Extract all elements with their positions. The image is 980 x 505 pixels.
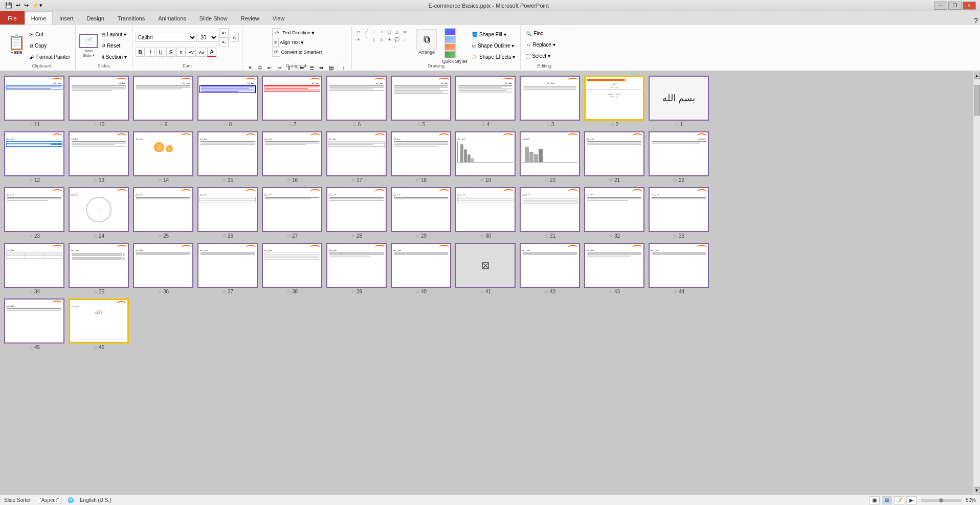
slide-thumb-15[interactable]: فصل اول [197, 131, 258, 176]
cut-button[interactable]: ✂Cut [28, 30, 72, 40]
slide-item-2[interactable]: عنوان متن اصلی عنوان بخش زیر عنوان ☆ 2 [584, 76, 644, 127]
slide-thumb-9[interactable]: فصل اول [133, 76, 193, 121]
tab-home[interactable]: Home [25, 11, 53, 25]
slide-item-15[interactable]: فصل اول ☆ 15 [197, 131, 258, 183]
slide-item-31[interactable]: فصل اول ☆ 31 [520, 187, 580, 239]
style-4[interactable] [444, 51, 456, 58]
replace-button[interactable]: ↔Replace▾ [524, 39, 565, 50]
underline-button[interactable]: U [156, 48, 165, 57]
strikethrough-button[interactable]: S [166, 48, 175, 57]
section-button[interactable]: §Section▾ [99, 52, 129, 62]
style-3[interactable] [444, 43, 456, 51]
slide-item-41[interactable]: ⊠ ☆ 41 [455, 243, 516, 294]
slide-item-1[interactable]: بسم الله ☆ 1 [649, 76, 709, 127]
slide-thumb-29[interactable]: فصل اول [391, 187, 451, 232]
slide-item-20[interactable]: فصل اول ☆ 20 [520, 131, 580, 183]
slide-item-16[interactable]: فصل اول ☆ 16 [262, 131, 322, 183]
slide-thumb-6[interactable]: فصل اول [326, 76, 387, 121]
bold-button[interactable]: B [136, 48, 145, 57]
save-btn[interactable]: 💾 [4, 2, 13, 9]
shape-fill-button[interactable]: 🪣Shape Fill▾ [470, 29, 517, 39]
layout-button[interactable]: ⊟Layout▾ [99, 29, 129, 39]
shape-outline-button[interactable]: ▭Shape Outline▾ [470, 40, 517, 51]
slide-thumb-13[interactable]: فصل اول [69, 131, 129, 176]
font-size-select[interactable]: 20 [198, 33, 218, 42]
text-direction-button[interactable]: ↕A [272, 28, 282, 37]
smartart-label[interactable]: Convert to SmartArt [281, 50, 322, 55]
paste-button[interactable]: 📋 Paste [5, 34, 28, 56]
arrange-button[interactable]: ⧉ Arrange [413, 28, 440, 56]
slide-item-13[interactable]: فصل اول ☆ 13 [69, 131, 129, 183]
slide-item-25[interactable]: فصل اول ☆ 25 [133, 187, 193, 239]
change-case-button[interactable]: Aa [197, 48, 206, 57]
slide-item-44[interactable]: فصل دهم ☆ 44 [649, 243, 709, 294]
tab-slideshow[interactable]: Slide Show [193, 11, 234, 25]
slide-item-27[interactable]: فصل اول ☆ 27 [262, 187, 322, 239]
slide-item-3[interactable]: فصل اول ☆ 3 [520, 76, 580, 127]
slide-thumb-43[interactable]: فصل دهم [584, 243, 644, 288]
style-1[interactable] [444, 28, 456, 35]
slide-thumb-30[interactable]: فصل اول [455, 187, 516, 232]
slide-thumb-20[interactable]: فصل اول [520, 131, 580, 176]
char-spacing-button[interactable]: AV [187, 48, 196, 57]
undo-btn[interactable]: ↩ [15, 2, 21, 9]
slide-item-10[interactable]: فصل اول ☆ 10 [69, 76, 129, 127]
slide-thumb-2[interactable]: عنوان متن اصلی عنوان بخش زیر عنوان [584, 76, 644, 121]
shape-rounded[interactable]: ▢ [386, 28, 393, 35]
scroll-up-btn[interactable]: ▲ [974, 73, 980, 79]
quick-launch-btn[interactable]: ⚡▾ [31, 2, 43, 9]
slide-item-7[interactable]: فصل اول ☆ 7 [262, 76, 322, 127]
slide-thumb-18[interactable]: فصل اول [391, 131, 451, 176]
slide-thumb-36[interactable]: فصل دهم [133, 243, 193, 288]
slide-thumb-12[interactable]: فصل اول [4, 131, 64, 176]
slide-thumb-25[interactable]: فصل اول [133, 187, 193, 232]
shape-tri[interactable]: △ [393, 28, 400, 35]
slide-thumb-42[interactable]: فصل دهم [520, 243, 580, 288]
slide-thumb-26[interactable]: فصل اول [197, 187, 258, 232]
restore-btn[interactable]: ❐ [948, 2, 962, 10]
shadow-button[interactable]: s [176, 48, 186, 57]
shape-line[interactable]: ╱ [363, 28, 370, 35]
slide-thumb-40[interactable]: فصل دهم [391, 243, 451, 288]
slide-item-33[interactable]: فصل دهم ☆ 33 [649, 187, 709, 239]
redo-btn[interactable]: ↪ [23, 2, 30, 9]
slide-thumb-46[interactable]: فصل دهم پایان [69, 299, 129, 343]
slide-thumb-24[interactable]: فصل اول ⊙ [69, 187, 129, 232]
minimize-btn[interactable]: — [934, 2, 947, 10]
slide-item-6[interactable]: فصل اول ☆ 6 [326, 76, 387, 127]
slide-thumb-11[interactable]: فصل اول [4, 76, 64, 121]
italic-button[interactable]: I [146, 48, 155, 57]
tab-view[interactable]: View [266, 11, 292, 25]
slide-thumb-10[interactable]: فصل اول [69, 76, 129, 121]
decrease-font-btn[interactable]: A↓ [219, 37, 229, 47]
normal-view-btn[interactable]: ▣ [870, 496, 880, 504]
slide-item-18[interactable]: فصل اول ☆ 18 [391, 131, 451, 183]
slide-item-35[interactable]: فصل دهم ☆ 35 [69, 243, 129, 294]
slide-thumb-38[interactable]: فصل دهم [262, 243, 322, 288]
shape-rtarrow[interactable]: ⇒ [401, 28, 408, 35]
font-name-select[interactable]: Calibri [136, 33, 197, 42]
slide-item-11[interactable]: فصل اول ☆ 11 [4, 76, 64, 127]
shape-eq[interactable]: = [401, 36, 408, 43]
shape-effects-button[interactable]: ✨Shape Effects▾ [470, 52, 517, 62]
slide-thumb-34[interactable]: فصل دهم [4, 243, 64, 288]
slide-thumb-45[interactable]: فصل دهم [4, 299, 64, 343]
new-slide-button[interactable]: 📄 New Slide ▾ [79, 33, 98, 58]
slide-thumb-44[interactable]: فصل دهم [649, 243, 709, 288]
tab-review[interactable]: Review [234, 11, 266, 25]
zoom-thumb[interactable] [939, 498, 943, 502]
align-text-label[interactable]: Align Text [280, 40, 300, 45]
slide-thumb-22[interactable]: فصل اول [649, 131, 709, 176]
slide-sorter-view-btn[interactable]: ⊞ [882, 496, 892, 504]
shape-arc[interactable]: ⌒ [363, 36, 370, 43]
slide-thumb-17[interactable]: فصل اول [326, 131, 387, 176]
slide-item-37[interactable]: فصل دهم ☆ 37 [197, 243, 258, 294]
slide-item-29[interactable]: فصل اول ☆ 29 [391, 187, 451, 239]
slide-item-17[interactable]: فصل اول ☆ 17 [326, 131, 387, 183]
find-button[interactable]: 🔍Find [524, 28, 565, 38]
copy-button[interactable]: ⧉Copy [28, 41, 72, 51]
slide-item-40[interactable]: فصل دهم ☆ 40 [391, 243, 451, 294]
reset-button[interactable]: ↺Reset [99, 40, 129, 51]
slide-thumb-5[interactable]: فصل اول [391, 76, 451, 121]
shape-oval[interactable]: ○ [378, 28, 385, 35]
